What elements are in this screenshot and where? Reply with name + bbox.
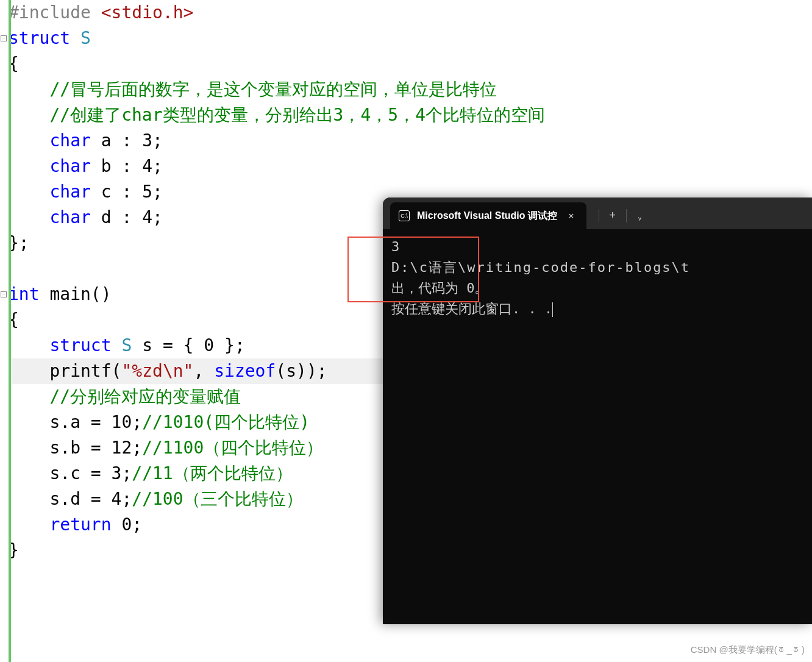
code-token: //创建了char类型的变量，分别给出3，4，5，4个比特位的空间 bbox=[49, 105, 545, 125]
terminal-titlebar[interactable]: C:\ Microsoft Visual Studio 调试控 ✕ + ⌄ bbox=[383, 198, 812, 229]
new-tab-button[interactable]: + bbox=[600, 202, 625, 229]
code-token: char bbox=[49, 207, 90, 227]
code-token bbox=[9, 335, 49, 355]
code-token: 0; bbox=[112, 514, 143, 535]
code-token: s.b = 12; bbox=[9, 438, 142, 458]
code-token bbox=[9, 156, 49, 176]
code-line[interactable]: //冒号后面的数字，是这个变量对应的空间，单位是比特位 bbox=[9, 77, 812, 102]
code-token: s.a = 10; bbox=[9, 412, 142, 432]
code-token: s.d = 4; bbox=[9, 489, 132, 509]
close-tab-button[interactable]: ✕ bbox=[564, 208, 578, 223]
code-token: //分别给对应的变量赋值 bbox=[49, 386, 241, 407]
code-token: //1100（四个比特位） bbox=[142, 438, 323, 458]
output-line: 按任意键关闭此窗口. . . bbox=[391, 299, 803, 319]
code-line[interactable]: char b : 4; bbox=[9, 154, 812, 179]
code-token: <stdio.h> bbox=[101, 2, 194, 23]
terminal-output[interactable]: 3 D:\c语言\writing-code-for-blogs\t 出，代码为 … bbox=[383, 229, 812, 327]
code-token: }; bbox=[9, 233, 29, 253]
terminal-window: C:\ Microsoft Visual Studio 调试控 ✕ + ⌄ 3 … bbox=[383, 198, 812, 624]
change-indicator-bar bbox=[9, 0, 11, 662]
code-token: int bbox=[9, 284, 40, 304]
code-token: S bbox=[112, 335, 132, 355]
code-token: //11（两个比特位） bbox=[132, 463, 292, 483]
code-token: \n bbox=[163, 361, 183, 381]
fold-gutter: −− bbox=[0, 0, 9, 662]
code-token: struct bbox=[49, 335, 111, 355]
code-token: "%zd bbox=[121, 361, 162, 381]
code-token: " bbox=[183, 361, 194, 381]
fold-toggle-icon[interactable]: − bbox=[1, 291, 7, 297]
code-token: s = { 0 }; bbox=[132, 335, 244, 355]
code-token bbox=[9, 105, 49, 125]
code-token: struct bbox=[9, 28, 70, 48]
fold-toggle-icon[interactable]: − bbox=[1, 35, 7, 41]
code-token: char bbox=[49, 156, 90, 176]
code-token: main() bbox=[40, 284, 112, 304]
code-token: printf( bbox=[9, 361, 121, 381]
code-token: d : 4; bbox=[91, 207, 163, 227]
code-token: return bbox=[49, 514, 111, 535]
watermark: CSDN @我要学编程(ಥ_ಥ) bbox=[691, 644, 805, 656]
code-token bbox=[9, 130, 49, 151]
code-token bbox=[9, 386, 49, 407]
output-line: 出，代码为 0。 bbox=[391, 278, 803, 299]
code-line[interactable]: struct S bbox=[9, 26, 812, 51]
code-line[interactable]: //创建了char类型的变量，分别给出3，4，5，4个比特位的空间 bbox=[9, 102, 812, 128]
code-token: #include bbox=[9, 2, 101, 23]
code-token: , bbox=[193, 361, 214, 381]
code-token: (s)); bbox=[276, 361, 327, 381]
output-line: D:\c语言\writing-code-for-blogs\t bbox=[391, 257, 803, 278]
code-token bbox=[9, 182, 49, 202]
code-token: //1010(四个比特位) bbox=[142, 412, 310, 432]
code-token: char bbox=[49, 130, 90, 151]
cmd-icon: C:\ bbox=[399, 210, 410, 221]
output-line: 3 bbox=[391, 237, 803, 257]
code-line[interactable]: #include <stdio.h> bbox=[9, 0, 812, 26]
code-token bbox=[9, 79, 49, 99]
code-token: s.c = 3; bbox=[9, 463, 132, 483]
code-line[interactable]: char a : 3; bbox=[9, 128, 812, 154]
code-token: c : 5; bbox=[91, 182, 163, 202]
code-token: b : 4; bbox=[91, 156, 163, 176]
code-token: //100（三个比特位） bbox=[132, 489, 302, 509]
cursor bbox=[552, 302, 553, 317]
tab-dropdown-button[interactable]: ⌄ bbox=[628, 202, 652, 229]
divider bbox=[599, 209, 599, 222]
terminal-tab[interactable]: C:\ Microsoft Visual Studio 调试控 ✕ bbox=[390, 202, 586, 229]
code-token: char bbox=[49, 182, 90, 202]
code-line[interactable]: { bbox=[9, 51, 812, 77]
code-token: a : 3; bbox=[91, 130, 163, 151]
tab-actions: + ⌄ bbox=[597, 202, 652, 229]
code-token: S bbox=[70, 28, 91, 48]
terminal-tab-title: Microsoft Visual Studio 调试控 bbox=[417, 210, 557, 222]
code-token bbox=[9, 207, 49, 227]
code-token: //冒号后面的数字，是这个变量对应的空间，单位是比特位 bbox=[49, 79, 497, 99]
divider bbox=[626, 209, 627, 222]
code-token bbox=[9, 514, 49, 535]
code-token: sizeof bbox=[214, 361, 276, 381]
